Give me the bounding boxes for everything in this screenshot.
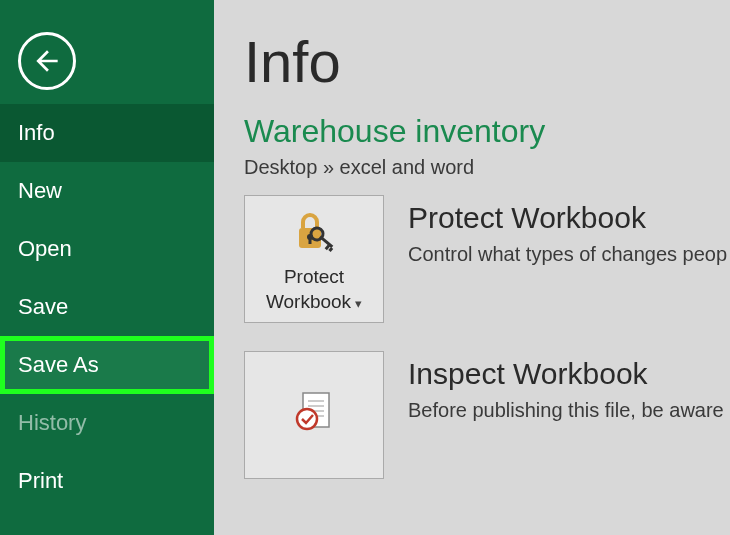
nav-label: History [18, 410, 86, 436]
page-title: Info [244, 28, 730, 95]
nav-label: New [18, 178, 62, 204]
inspect-workbook-button[interactable] [244, 351, 384, 479]
nav-item-save[interactable]: Save [0, 278, 214, 336]
svg-point-12 [297, 409, 317, 429]
nav-label: Open [18, 236, 72, 262]
info-pane: Info Warehouse inventory Desktop » excel… [214, 0, 730, 535]
inspect-workbook-desc: Before publishing this file, be aware [408, 399, 730, 422]
inspect-workbook-heading: Inspect Workbook [408, 357, 730, 391]
inspect-workbook-section: Inspect Workbook Before publishing this … [244, 351, 730, 479]
nav-list: Info New Open Save Save As History Print [0, 104, 214, 510]
nav-item-open[interactable]: Open [0, 220, 214, 278]
protect-workbook-section: ProtectWorkbook▾ Protect Workbook Contro… [244, 195, 730, 323]
nav-item-history[interactable]: History [0, 394, 214, 452]
nav-label: Info [18, 120, 55, 146]
nav-item-new[interactable]: New [0, 162, 214, 220]
file-menu-sidebar: Info New Open Save Save As History Print [0, 0, 214, 535]
protect-workbook-button[interactable]: ProtectWorkbook▾ [244, 195, 384, 323]
protect-workbook-heading: Protect Workbook [408, 201, 730, 235]
lock-key-icon [289, 203, 339, 259]
dropdown-caret-icon: ▾ [355, 296, 362, 311]
protect-workbook-text: Protect Workbook Control what types of c… [408, 195, 730, 266]
nav-label: Save As [18, 352, 99, 378]
nav-item-info[interactable]: Info [0, 104, 214, 162]
nav-item-save-as[interactable]: Save As [0, 336, 214, 394]
nav-label: Print [18, 468, 63, 494]
svg-rect-2 [309, 238, 312, 244]
svg-rect-6 [328, 247, 333, 252]
back-button[interactable] [18, 32, 76, 90]
nav-item-print[interactable]: Print [0, 452, 214, 510]
document-path: Desktop » excel and word [244, 156, 730, 179]
document-title: Warehouse inventory [244, 113, 730, 150]
document-check-icon [289, 384, 339, 440]
svg-rect-4 [319, 236, 333, 249]
nav-label: Save [18, 294, 68, 320]
protect-workbook-label: ProtectWorkbook▾ [266, 265, 362, 314]
back-arrow-icon [31, 45, 63, 77]
protect-workbook-desc: Control what types of changes peop [408, 243, 730, 266]
inspect-workbook-text: Inspect Workbook Before publishing this … [408, 351, 730, 422]
